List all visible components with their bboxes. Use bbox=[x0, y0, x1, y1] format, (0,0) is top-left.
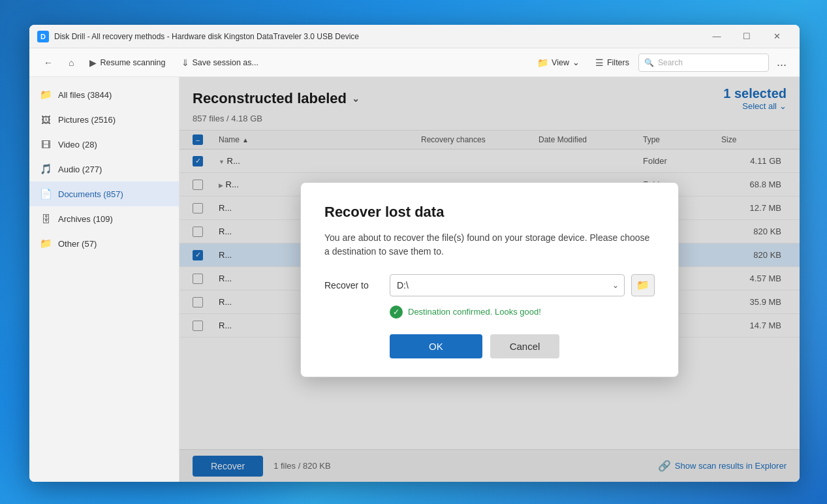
resume-scanning-button[interactable]: ▶ Resume scanning bbox=[83, 53, 172, 72]
modal-body: You are about to recover the file(s) fou… bbox=[324, 231, 655, 259]
close-button[interactable]: ✕ bbox=[762, 25, 792, 48]
modal-overlay: Recover lost data You are about to recov… bbox=[179, 77, 800, 482]
sidebar-item-video[interactable]: 🎞 Video (28) bbox=[29, 132, 179, 157]
destination-select-wrapper[interactable]: D:\ ⌄ bbox=[390, 274, 625, 296]
ok-button[interactable]: OK bbox=[390, 334, 482, 358]
modal-title: Recover lost data bbox=[324, 204, 655, 221]
sidebar-item-other[interactable]: 📁 Other (57) bbox=[29, 231, 179, 256]
sidebar-item-pictures[interactable]: 🖼 Pictures (2516) bbox=[29, 107, 179, 132]
destination-confirm-message: ✓ Destination confirmed. Looks good! bbox=[390, 306, 655, 319]
sidebar-item-documents[interactable]: 📄 Documents (857) bbox=[29, 181, 179, 206]
other-icon: 📁 bbox=[40, 238, 52, 249]
main-area: 📁 All files (3844) 🖼 Pictures (2516) 🎞 V… bbox=[29, 77, 800, 482]
documents-icon: 📄 bbox=[40, 188, 52, 200]
destination-select[interactable]: D:\ bbox=[397, 280, 617, 291]
folder-browse-icon: 📁 bbox=[636, 279, 649, 291]
window-controls: — ☐ ✕ bbox=[702, 25, 792, 48]
search-icon: 🔍 bbox=[644, 58, 654, 67]
modal-footer: OK Cancel bbox=[324, 334, 655, 358]
video-icon: 🎞 bbox=[40, 139, 52, 150]
sidebar: 📁 All files (3844) 🖼 Pictures (2516) 🎞 V… bbox=[29, 77, 179, 482]
home-icon: ⌂ bbox=[69, 57, 74, 68]
window-title: Disk Drill - All recovery methods - Hard… bbox=[54, 32, 702, 41]
recover-to-label: Recover to bbox=[324, 280, 383, 291]
recover-to-row: Recover to D:\ ⌄ 📁 bbox=[324, 274, 655, 296]
sidebar-item-audio[interactable]: 🎵 Audio (277) bbox=[29, 157, 179, 181]
minimize-button[interactable]: — bbox=[702, 25, 732, 48]
more-options-button[interactable]: ... bbox=[772, 55, 792, 69]
app-icon: D bbox=[37, 31, 49, 42]
app-window: D Disk Drill - All recovery methods - Ha… bbox=[29, 25, 800, 482]
view-button[interactable]: 📁 View ⌄ bbox=[531, 53, 586, 72]
toolbar: ← ⌂ ▶ Resume scanning ⇓ Save session as.… bbox=[29, 48, 800, 77]
sidebar-item-archives[interactable]: 🗄 Archives (109) bbox=[29, 206, 179, 231]
content-area: Reconstructed labeled ⌄ 1 selected Selec… bbox=[179, 77, 800, 482]
save-session-button[interactable]: ⇓ Save session as... bbox=[175, 53, 265, 72]
view-dropdown-icon: ⌄ bbox=[572, 57, 580, 67]
title-bar: D Disk Drill - All recovery methods - Ha… bbox=[29, 25, 800, 48]
search-box[interactable]: 🔍 Search bbox=[638, 54, 769, 72]
folder-icon: 📁 bbox=[537, 57, 548, 68]
filters-button[interactable]: ☰ Filters bbox=[589, 53, 636, 72]
archives-icon: 🗄 bbox=[40, 213, 52, 225]
download-icon: ⇓ bbox=[181, 57, 189, 68]
home-button[interactable]: ⌂ bbox=[62, 53, 80, 72]
audio-icon: 🎵 bbox=[40, 163, 52, 175]
browse-folder-button[interactable]: 📁 bbox=[631, 274, 655, 296]
back-button[interactable]: ← bbox=[37, 53, 59, 72]
play-icon: ▶ bbox=[89, 57, 97, 68]
all-files-icon: 📁 bbox=[40, 89, 52, 101]
pictures-icon: 🖼 bbox=[40, 114, 52, 125]
cancel-button[interactable]: Cancel bbox=[490, 334, 560, 358]
filter-icon: ☰ bbox=[595, 57, 604, 68]
sidebar-item-all-files[interactable]: 📁 All files (3844) bbox=[29, 82, 179, 107]
maximize-button[interactable]: ☐ bbox=[732, 25, 762, 48]
back-icon: ← bbox=[44, 57, 53, 68]
checkmark-icon: ✓ bbox=[390, 306, 403, 319]
recover-dialog: Recover lost data You are about to recov… bbox=[300, 182, 679, 377]
